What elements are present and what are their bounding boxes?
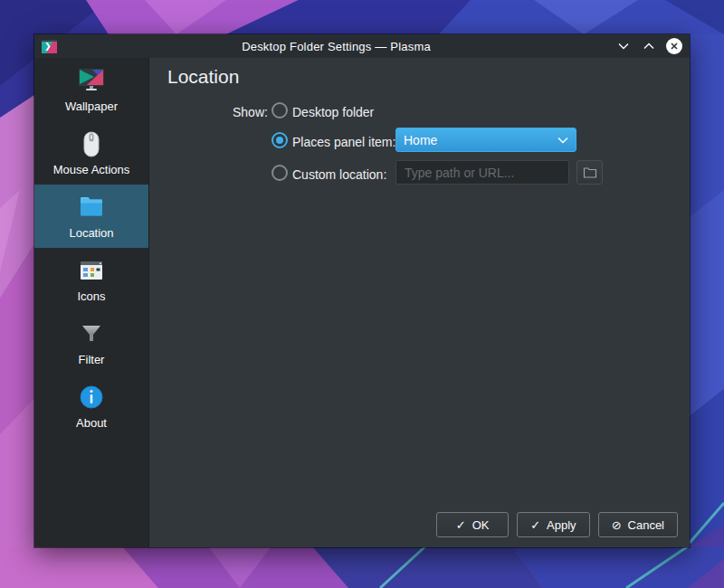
filter-icon	[77, 319, 106, 348]
maximize-icon[interactable]	[641, 38, 657, 54]
settings-window: Desktop Folder Settings — Plasma	[34, 34, 690, 547]
icons-view-icon	[77, 256, 106, 285]
sidebar-item-wallpaper[interactable]: Wallpaper	[34, 58, 148, 121]
wallpaper-icon	[77, 66, 106, 95]
ok-button[interactable]: ✓ OK	[436, 512, 509, 537]
sidebar: Wallpaper Mouse Actions	[34, 58, 149, 547]
ok-button-label: OK	[472, 518, 490, 532]
mouse-icon	[77, 129, 106, 158]
sidebar-item-label: About	[76, 416, 107, 430]
info-icon	[77, 383, 106, 412]
sidebar-item-label: Mouse Actions	[53, 163, 130, 176]
desktop-folder-label[interactable]: Desktop folder	[292, 105, 374, 119]
custom-location-label[interactable]: Custom location:	[292, 167, 386, 182]
titlebar[interactable]: Desktop Folder Settings — Plasma	[34, 34, 690, 58]
sidebar-item-mouse-actions[interactable]: Mouse Actions	[34, 121, 148, 185]
folder-icon	[77, 193, 106, 222]
sidebar-item-about[interactable]: About	[34, 375, 148, 438]
apply-button-label: Apply	[547, 518, 576, 532]
folder-open-icon	[583, 166, 597, 179]
dialog-footer: ✓ OK ✓ Apply ⊘ Cancel	[436, 512, 678, 537]
minimize-icon[interactable]	[615, 38, 632, 54]
sidebar-item-label: Icons	[77, 289, 105, 303]
places-panel-label[interactable]: Places panel item:	[292, 135, 395, 149]
sidebar-item-filter[interactable]: Filter	[34, 311, 148, 375]
sidebar-item-label: Wallpaper	[65, 100, 118, 113]
close-icon[interactable]	[666, 38, 682, 54]
check-icon: ✓	[530, 518, 540, 532]
custom-location-input[interactable]	[395, 160, 569, 185]
page-title: Location	[167, 66, 239, 88]
cancel-icon: ⊘	[612, 518, 622, 532]
places-dropdown-value: Home	[404, 133, 557, 147]
chevron-down-icon	[557, 137, 568, 144]
apply-button[interactable]: ✓ Apply	[517, 512, 589, 537]
places-dropdown[interactable]: Home	[395, 128, 576, 152]
desktop-folder-radio[interactable]	[272, 102, 288, 119]
check-icon: ✓	[456, 518, 466, 532]
window-title: Desktop Folder Settings — Plasma	[57, 40, 615, 53]
show-label: Show:	[233, 105, 268, 119]
location-pane: Location Show: Desktop folder Places pan…	[149, 58, 690, 547]
sidebar-item-icons[interactable]: Icons	[34, 248, 148, 311]
app-icon	[42, 40, 57, 53]
cancel-button-label: Cancel	[628, 518, 664, 532]
browse-folder-button[interactable]	[576, 160, 603, 185]
places-panel-radio[interactable]	[272, 132, 288, 148]
sidebar-item-label: Location	[69, 226, 113, 240]
desktop: Desktop Folder Settings — Plasma	[0, 0, 724, 588]
sidebar-item-label: Filter	[79, 353, 105, 366]
sidebar-item-location[interactable]: Location	[34, 185, 148, 248]
cancel-button[interactable]: ⊘ Cancel	[598, 512, 678, 537]
custom-location-radio[interactable]	[272, 165, 288, 181]
